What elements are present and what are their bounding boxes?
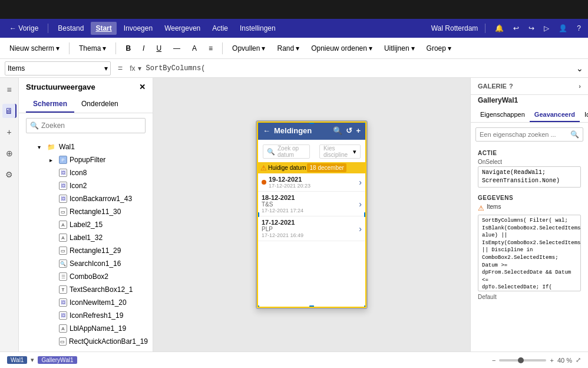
tree-item-searchicon[interactable]: 🔍 SearchIcon1_16	[19, 257, 153, 270]
menu-weergeven[interactable]: Weergeven	[160, 22, 205, 35]
canvas-area[interactable]: ← Meldingen 🔍 ↺ + 🔍 Zoek op datum Kies d…	[153, 78, 470, 351]
tree-item-rect30[interactable]: ▭ Rectangle11_30	[19, 205, 153, 218]
list-item-1[interactable]: 18-12-2021 T&S 17-12-2021 17:24 ›	[257, 192, 366, 216]
tree-item-iconrefresh[interactable]: 🖼 IconRefresh1_19	[19, 309, 153, 322]
panel-title: Structuurweergave	[26, 83, 95, 91]
reorder-button[interactable]: Opnieuw ordenen ▾	[306, 42, 377, 54]
menu-bestand[interactable]: Bestand	[53, 22, 88, 35]
tree-item-popupfilter[interactable]: ▸ P PopupFilter	[19, 153, 153, 166]
data-icon[interactable]: ⊕	[2, 146, 16, 160]
tree-item-lblapp[interactable]: A LblAppName1_19	[19, 322, 153, 335]
phone-discipline-field[interactable]: Kies discipline ▾	[319, 144, 361, 159]
close-icon[interactable]: ✕	[139, 83, 146, 91]
fullscreen-icon[interactable]: ⤢	[576, 356, 581, 364]
tab-geavanceerd[interactable]: Geavanceerd	[530, 108, 580, 122]
settings-icon[interactable]: ⚙	[2, 167, 16, 182]
toggle-wal1[interactable]: ▾	[38, 144, 45, 150]
menu-start[interactable]: Start	[91, 22, 116, 35]
hamburger-icon[interactable]: ≡	[2, 83, 16, 97]
search-input[interactable]	[41, 121, 141, 130]
help-icon[interactable]: ?	[574, 23, 583, 34]
screen-icon[interactable]: 🖥	[2, 104, 16, 118]
theme-button[interactable]: Thema ▾	[74, 42, 111, 54]
tab-onderdelen[interactable]: Onderdelen	[74, 96, 125, 113]
handle-ml[interactable]	[256, 212, 259, 217]
menu-instellingen[interactable]: Instellingen	[235, 22, 280, 35]
notification-icon[interactable]: 🔔	[493, 23, 506, 34]
formula-input[interactable]: SortByColumns(	[146, 64, 572, 73]
gallery-badge[interactable]: GalleryWal1	[38, 356, 77, 364]
align-button[interactable]: ≡	[204, 42, 217, 54]
tree-item-rect29[interactable]: ▭ Rectangle11_29	[19, 244, 153, 257]
tab-eigenschappen[interactable]: Eigenschappen	[475, 108, 530, 122]
list-item-2[interactable]: 17-12-2021 PLP 17-12-2021 16:49 ›	[257, 216, 366, 241]
tree-search[interactable]: 🔍	[26, 118, 146, 133]
zoom-out-button[interactable]: −	[492, 357, 495, 364]
bold-button[interactable]: B	[121, 42, 136, 54]
onselect-value[interactable]: Navigate(ReadWal1; ScreenTransition.None…	[478, 166, 581, 188]
tree-item-textsearch[interactable]: T TextSearchBox12_1	[19, 283, 153, 296]
group-button[interactable]: Groep ▾	[422, 42, 456, 54]
add-icon[interactable]: +	[2, 125, 16, 139]
screen-badge[interactable]: Wal1	[7, 356, 27, 364]
fontsize-button[interactable]: A	[187, 42, 201, 54]
expand-icon[interactable]: ⌄	[576, 64, 583, 73]
back-arrow-icon[interactable]: ←	[263, 126, 270, 135]
italic-button[interactable]: I	[138, 42, 149, 54]
tree-item-rectquick[interactable]: ▭ RectQuickActionBar1_19	[19, 335, 153, 348]
prop-search[interactable]: 🔍	[475, 127, 583, 142]
back-button[interactable]: ← Vorige	[5, 22, 43, 35]
phone-refresh-icon[interactable]: ↺	[346, 126, 352, 135]
menu-invoegen[interactable]: Invoegen	[119, 22, 157, 35]
tree-item-label15[interactable]: A Label2_15	[19, 218, 153, 231]
undo-icon[interactable]: ↩	[511, 23, 521, 34]
handle-tr[interactable]	[364, 120, 368, 124]
zoom-slider[interactable]	[499, 359, 546, 362]
handle-mr[interactable]	[364, 212, 368, 217]
align2-button[interactable]: Uitlijnen ▾	[379, 42, 419, 54]
phone-search-field[interactable]: 🔍 Zoek op datum	[263, 144, 310, 159]
list-item-0[interactable]: 19-12-2021 17-12-2021 20:23 ›	[257, 173, 366, 192]
underline-button[interactable]: U	[151, 42, 166, 54]
handle-tm[interactable]	[309, 120, 314, 124]
handle-bm[interactable]	[309, 305, 314, 309]
new-screen-button[interactable]: Nieuw scherm ▾	[5, 42, 64, 54]
prop-search-input[interactable]	[480, 131, 568, 138]
redo-icon[interactable]: ↪	[526, 23, 537, 34]
fill-button[interactable]: Opvullen ▾	[227, 42, 270, 54]
fx-button[interactable]: fx ▾	[130, 64, 141, 73]
help-icon[interactable]: ?	[509, 83, 513, 90]
tree-item-icon8[interactable]: 🖼 Icon8	[19, 166, 153, 179]
tree-item-icon2[interactable]: 🖼 Icon2	[19, 179, 153, 192]
main-layout: ≡ 🖥 + ⊕ ⚙ Structuurweergave ✕ Schermen O…	[0, 78, 588, 351]
field-selector[interactable]: Items ▾	[5, 61, 111, 75]
toggle-popup[interactable]: ▸	[49, 157, 57, 163]
tree-item-wal1[interactable]: ▾ 📁 Wal1	[19, 140, 153, 153]
minus-button[interactable]: —	[169, 42, 185, 54]
gegevens-title: GEGEVENS	[478, 195, 581, 201]
phone-add-icon[interactable]: +	[356, 126, 361, 135]
warning-icon: ⚠	[478, 204, 484, 212]
folder-icon: 📁	[47, 143, 57, 151]
tab-ideeen[interactable]: Ideeën	[580, 108, 588, 122]
handle-br[interactable]	[364, 305, 368, 309]
chevron-down-icon: ▾	[56, 44, 60, 52]
tree-item-combo[interactable]: ☰ ComboBox2	[19, 270, 153, 283]
top-bar	[0, 0, 588, 19]
handle-bl[interactable]	[256, 305, 259, 309]
menu-actie[interactable]: Actie	[207, 22, 233, 35]
play-icon[interactable]: ▷	[541, 23, 551, 34]
chevron-down-icon[interactable]: ▾	[31, 356, 34, 364]
border-button[interactable]: Rand ▾	[272, 42, 304, 54]
phone-search-icon[interactable]: 🔍	[333, 126, 342, 135]
items-formula[interactable]: SortByColumns( Filter( wal; IsBlank(Comb…	[478, 215, 581, 291]
handle-tl[interactable]	[256, 120, 259, 124]
tree-item-label32[interactable]: A Label1_32	[19, 231, 153, 244]
zoom-in-button[interactable]: +	[550, 357, 553, 364]
tab-schermen[interactable]: Schermen	[26, 96, 74, 113]
tree-item-iconbackarrow[interactable]: 🖼 IconBackarrow1_43	[19, 192, 153, 205]
zoom-thumb[interactable]	[518, 357, 524, 363]
expand-right-icon[interactable]: ›	[579, 83, 581, 90]
user-icon[interactable]: 👤	[556, 23, 570, 34]
tree-item-iconnew[interactable]: 🖼 IconNewItem1_20	[19, 296, 153, 309]
